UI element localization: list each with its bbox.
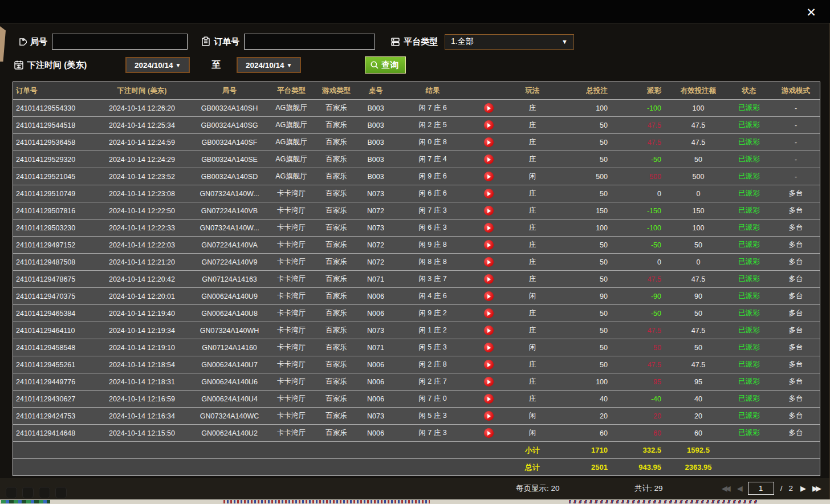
play-video-cell: [472, 391, 505, 407]
cell-round-id: GN07224A140VB: [191, 202, 268, 219]
cell-payout: 95: [621, 373, 670, 390]
cell-play: 庄: [505, 305, 560, 322]
table-row[interactable]: 2410141294786752024-10-14 12:20:42GN0712…: [13, 270, 820, 287]
table-row[interactable]: 2410141295210452024-10-14 12:23:52GB0032…: [13, 168, 820, 185]
next-page-icon[interactable]: ▶: [799, 484, 805, 493]
table-row[interactable]: 2410141295078162024-10-14 12:22:50GN0722…: [13, 202, 820, 219]
cell-platform: 卡卡湾厅: [268, 220, 315, 236]
play-video-icon[interactable]: [484, 326, 494, 335]
table-row[interactable]: 2410141294971522024-10-14 12:22:03GN0722…: [13, 236, 820, 253]
cell-mode: 多台: [772, 425, 820, 441]
play-video-icon[interactable]: [484, 257, 494, 267]
cell-table-id: N073: [358, 408, 393, 424]
play-video-icon[interactable]: [484, 223, 494, 233]
column-header: 状态: [726, 82, 772, 99]
table-row[interactable]: 2410141294247532024-10-14 12:16:34GN0732…: [13, 407, 820, 424]
cell-result: 闲 7 庄 3: [393, 202, 472, 219]
cell-status: 已派彩: [726, 254, 772, 270]
play-video-icon[interactable]: [484, 394, 494, 404]
cell-payout: 500: [621, 168, 670, 185]
table-row[interactable]: 2410141294585482024-10-14 12:19:10GN0712…: [13, 339, 820, 356]
order-id-input[interactable]: [244, 34, 375, 50]
cell-platform: 卡卡湾厅: [268, 271, 315, 287]
current-page-input[interactable]: [748, 482, 774, 495]
first-page-icon[interactable]: ◀◀: [721, 484, 730, 493]
total-row-cell: [358, 459, 393, 475]
cell-result: 闲 9 庄 2: [393, 305, 472, 322]
cell-game-type: 百家乐: [315, 185, 358, 202]
cell-round-id: GN07324A140W...: [191, 185, 268, 202]
table-row[interactable]: 2410141295543302024-10-14 12:26:20GB0032…: [13, 99, 820, 116]
prev-page-icon[interactable]: ◀: [736, 484, 742, 493]
play-video-icon[interactable]: [484, 240, 494, 250]
cell-order-id: 241014129414648: [13, 425, 93, 441]
play-video-icon[interactable]: [484, 172, 494, 181]
table-row[interactable]: 2410141295032302024-10-14 12:22:33GN0732…: [13, 219, 820, 236]
play-video-cell: [472, 237, 505, 253]
cell-play: 庄: [505, 185, 560, 202]
play-video-icon[interactable]: [484, 274, 494, 284]
play-video-icon[interactable]: [484, 343, 494, 352]
column-header: 总投注: [560, 82, 621, 99]
cell-platform: 卡卡湾厅: [268, 305, 315, 322]
table-row[interactable]: 2410141295293202024-10-14 12:24:29GB0032…: [13, 151, 820, 168]
play-video-icon[interactable]: [484, 428, 494, 438]
date-from-picker[interactable]: 2024/10/14 ▼: [125, 57, 190, 73]
close-icon[interactable]: ✕: [804, 5, 819, 20]
table-row[interactable]: 2410141295107492024-10-14 12:23:08GN0732…: [13, 185, 820, 202]
roadmap-marks: [223, 500, 430, 503]
subtotal-row-cell: [315, 442, 358, 458]
background-app-icons: [6, 487, 67, 498]
cell-payout: -90: [621, 288, 670, 304]
cell-game-type: 百家乐: [315, 151, 358, 168]
platform-type-select[interactable]: 1.全部 ▼: [445, 34, 574, 50]
play-video-icon[interactable]: [484, 411, 494, 421]
cell-total-bet: 50: [560, 117, 621, 133]
total-row-cell: 总计: [505, 459, 560, 475]
table-row[interactable]: 2410141294653842024-10-14 12:19:40GN0062…: [13, 304, 820, 322]
cell-table-id: B003: [358, 117, 393, 133]
cell-order-id: 241014129458548: [13, 339, 93, 356]
roadmap-marks: [1, 500, 50, 503]
table-row[interactable]: 2410141295445182024-10-14 12:25:34GB0032…: [13, 116, 820, 133]
play-video-icon[interactable]: [484, 120, 494, 130]
table-row[interactable]: 2410141294497762024-10-14 12:18:31GN0062…: [13, 373, 820, 390]
play-video-icon[interactable]: [484, 291, 494, 301]
table-row[interactable]: 2410141294306272024-10-14 12:16:59GN0062…: [13, 390, 820, 407]
last-page-icon[interactable]: ▶▶: [811, 484, 820, 493]
table-row[interactable]: 2410141294552612024-10-14 12:18:54GN0062…: [13, 356, 820, 373]
chevron-down-icon: ▼: [287, 62, 292, 68]
table-row[interactable]: 2410141295364582024-10-14 12:24:59GB0032…: [13, 133, 820, 151]
cell-mode: 多台: [772, 271, 820, 287]
cell-status: 已派彩: [726, 168, 772, 185]
play-video-icon[interactable]: [484, 189, 494, 198]
query-button[interactable]: 查询: [365, 56, 406, 74]
cell-payout: 47.5: [621, 117, 670, 133]
play-video-icon[interactable]: [484, 308, 494, 318]
total-row-cell: [13, 459, 93, 475]
play-video-icon[interactable]: [484, 155, 494, 164]
table-row[interactable]: 2410141294146482024-10-14 12:15:50GN0062…: [13, 424, 820, 441]
cell-round-id: GN07324A140WH: [191, 322, 268, 339]
cell-result: 闲 6 庄 6: [393, 185, 472, 202]
column-header: 局号: [191, 82, 268, 99]
cell-payout: -100: [621, 220, 670, 236]
play-video-icon[interactable]: [484, 206, 494, 216]
play-video-cell: [472, 356, 505, 373]
cell-game-type: 百家乐: [315, 373, 358, 390]
bet-history-dialog: 局号 订单号 平台类型 1.全部 ▼: [0, 23, 830, 499]
column-header: 派彩: [621, 82, 670, 99]
cell-game-type: 百家乐: [315, 356, 358, 373]
date-to-picker[interactable]: 2024/10/14 ▼: [237, 57, 301, 73]
cell-valid-bet: 47.5: [670, 134, 726, 151]
round-id-input[interactable]: [52, 34, 188, 50]
table-row[interactable]: 2410141294703752024-10-14 12:20:01GN0062…: [13, 287, 820, 304]
play-video-icon[interactable]: [484, 360, 494, 369]
tag-icon: [17, 37, 27, 47]
play-video-icon[interactable]: [484, 137, 494, 147]
play-video-icon[interactable]: [484, 103, 494, 113]
play-video-icon[interactable]: [484, 377, 494, 387]
column-header: 桌号: [358, 82, 393, 99]
table-row[interactable]: 2410141294641102024-10-14 12:19:34GN0732…: [13, 322, 820, 339]
table-row[interactable]: 2410141294875082024-10-14 12:21:20GN0722…: [13, 253, 820, 270]
